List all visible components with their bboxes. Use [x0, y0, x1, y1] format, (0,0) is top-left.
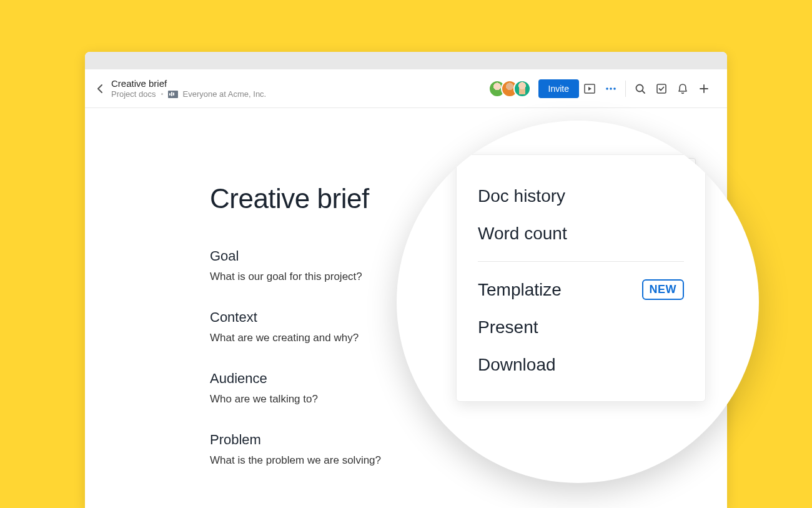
menu-item-label: Present [478, 317, 538, 337]
svg-line-5 [642, 91, 645, 93]
menu-item-download[interactable]: Download [457, 346, 705, 384]
bell-icon [677, 83, 688, 94]
menu-item-present[interactable]: Present [457, 309, 705, 346]
new-button[interactable] [693, 78, 715, 99]
more-menu-zoomed: Doc history Word count Templatize NEW Pr… [456, 154, 706, 402]
invite-button[interactable]: Invite [538, 79, 579, 98]
back-button[interactable] [91, 80, 109, 97]
chevron-left-icon [97, 84, 103, 94]
zoom-lens: Doc history Word count Templatize NEW Pr… [397, 121, 759, 483]
menu-item-label: Templatize [478, 280, 562, 300]
svg-point-1 [606, 87, 608, 90]
svg-rect-6 [657, 84, 666, 93]
tasks-button[interactable] [651, 78, 672, 99]
new-badge: NEW [642, 279, 685, 300]
org-icon [168, 91, 178, 98]
present-icon [584, 83, 595, 94]
search-button[interactable] [630, 78, 651, 99]
window-titlebar [85, 52, 727, 69]
checkbox-icon [656, 83, 667, 94]
plus-icon [698, 83, 710, 94]
menu-divider [478, 261, 684, 262]
breadcrumb-separator [161, 93, 163, 95]
menu-item-label: Word count [478, 224, 567, 244]
ellipsis-icon [605, 82, 617, 95]
menu-item-doc-history[interactable]: Doc history [457, 177, 705, 215]
breadcrumb-scope[interactable]: Everyone at Acme, Inc. [183, 89, 267, 99]
svg-point-3 [613, 87, 616, 90]
document-title: Creative brief [111, 78, 266, 89]
notifications-button[interactable] [672, 78, 693, 99]
menu-item-label: Download [478, 355, 556, 375]
divider [625, 81, 626, 97]
present-button[interactable] [579, 78, 600, 99]
breadcrumb: Project docs Everyone at Acme, Inc. [111, 89, 266, 99]
menu-item-word-count[interactable]: Word count [457, 215, 705, 252]
menu-item-templatize[interactable]: Templatize NEW [457, 271, 705, 309]
more-menu-button[interactable] [600, 78, 621, 99]
search-icon [635, 83, 646, 94]
svg-point-2 [610, 87, 612, 90]
title-block: Creative brief Project docs Everyone at … [111, 78, 266, 99]
presence-avatars[interactable] [488, 80, 531, 97]
header-bar: Creative brief Project docs Everyone at … [85, 69, 727, 108]
breadcrumb-parent[interactable]: Project docs [111, 89, 156, 99]
avatar[interactable] [513, 80, 531, 97]
menu-item-label: Doc history [478, 186, 565, 206]
